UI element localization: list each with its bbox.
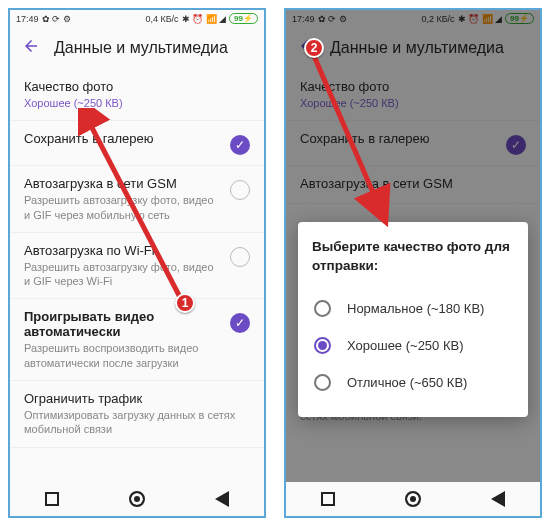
- page-title: Данные и мультимедиа: [54, 39, 228, 57]
- row-title: Автозагрузка по Wi-Fi: [24, 243, 220, 258]
- radio-off-icon: [314, 374, 331, 391]
- sync-icon: ✿ ⟳ ⚙: [42, 14, 71, 24]
- status-bar: 17:49 ✿ ⟳ ⚙ 0,4 КБ/с ✱ ⏰ 📶 ◢ 99⚡: [10, 10, 264, 27]
- phone-left: 17:49 ✿ ⟳ ⚙ 0,4 КБ/с ✱ ⏰ 📶 ◢ 99⚡ Данные …: [8, 8, 266, 518]
- row-limit-traffic[interactable]: Ограничить трафик Оптимизировать загрузк…: [10, 381, 264, 448]
- nav-home-icon[interactable]: [129, 491, 145, 507]
- row-title: Проигрывать видео автоматически: [24, 309, 220, 339]
- radio-on-icon: [314, 337, 331, 354]
- option-label: Отличное (~650 КВ): [347, 375, 467, 390]
- row-autoload-gsm[interactable]: Автозагрузка в сети GSM Разрешить автоза…: [10, 166, 264, 233]
- row-autoplay-video[interactable]: Проигрывать видео автоматически Разрешит…: [10, 299, 264, 381]
- option-label: Нормальное (~180 КВ): [347, 301, 484, 316]
- row-subtitle: Разрешить воспроизводить видео автоматич…: [24, 341, 220, 370]
- back-button[interactable]: [22, 37, 40, 59]
- checkbox-off-icon[interactable]: [230, 180, 250, 200]
- row-title: Ограничить трафик: [24, 391, 240, 406]
- nav-back-icon[interactable]: [491, 491, 505, 507]
- dialog-option-good[interactable]: Хорошее (~250 КВ): [312, 327, 514, 364]
- row-autoload-wifi[interactable]: Автозагрузка по Wi-Fi Разрешить автозагр…: [10, 233, 264, 300]
- checkbox-on-icon[interactable]: [230, 135, 250, 155]
- bluetooth-icon: ✱ ⏰ 📶 ◢: [182, 14, 227, 24]
- row-title: Качество фото: [24, 79, 240, 94]
- annotation-badge: 2: [304, 38, 324, 58]
- nav-recent-icon[interactable]: [45, 492, 59, 506]
- row-save-gallery[interactable]: Сохранить в галерею: [10, 121, 264, 166]
- row-title: Сохранить в галерею: [24, 131, 220, 146]
- status-net: 0,4 КБ/с: [145, 14, 178, 24]
- dialog-option-excellent[interactable]: Отличное (~650 КВ): [312, 364, 514, 401]
- checkbox-off-icon[interactable]: [230, 247, 250, 267]
- row-photo-quality[interactable]: Качество фото Хорошее (~250 КВ): [10, 69, 264, 121]
- app-header: Данные и мультимедиа: [10, 27, 264, 69]
- nav-back-icon[interactable]: [215, 491, 229, 507]
- annotation-badge: 1: [175, 293, 195, 313]
- row-subtitle: Разрешить автозагрузку фото, видео и GIF…: [24, 193, 220, 222]
- row-subtitle: Разрешить автозагрузку фото, видео и GIF…: [24, 260, 220, 289]
- photo-quality-dialog: Выберите качество фото для отправки: Нор…: [298, 222, 528, 417]
- phone-right: 17:49 ✿ ⟳ ⚙ 0,2 КБ/с ✱ ⏰ 📶 ◢ 99⚡ Данные …: [284, 8, 542, 518]
- radio-off-icon: [314, 300, 331, 317]
- battery-icon: 99⚡: [229, 13, 258, 24]
- row-subtitle: Оптимизировать загрузку данных в сетях м…: [24, 408, 240, 437]
- option-label: Хорошее (~250 КВ): [347, 338, 464, 353]
- arrow-left-icon: [22, 37, 40, 55]
- nav-recent-icon[interactable]: [321, 492, 335, 506]
- android-navbar: [286, 482, 540, 516]
- dialog-title: Выберите качество фото для отправки:: [312, 238, 514, 276]
- android-navbar: [10, 482, 264, 516]
- row-subtitle: Хорошее (~250 КВ): [24, 96, 240, 110]
- checkbox-on-icon[interactable]: [230, 313, 250, 333]
- row-title: Автозагрузка в сети GSM: [24, 176, 220, 191]
- status-time: 17:49: [16, 14, 39, 24]
- nav-home-icon[interactable]: [405, 491, 421, 507]
- dialog-option-normal[interactable]: Нормальное (~180 КВ): [312, 290, 514, 327]
